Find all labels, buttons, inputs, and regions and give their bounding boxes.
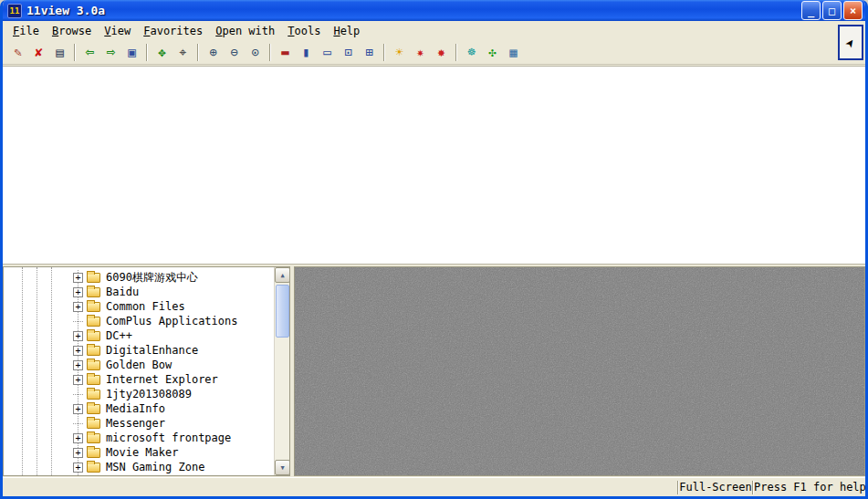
- tree-item[interactable]: + 6090棋牌游戏中心: [4, 270, 274, 285]
- folder-icon: [87, 419, 100, 429]
- filmstrip-button[interactable]: ▮: [296, 43, 317, 62]
- expand-icon[interactable]: +: [73, 375, 83, 385]
- app-icon[interactable]: 11: [7, 4, 22, 18]
- thumbnails-button[interactable]: ▬: [275, 43, 296, 62]
- folder-icon: [87, 390, 100, 400]
- menu-help[interactable]: Help: [327, 23, 366, 39]
- zoom-reset-button[interactable]: ⊙: [245, 43, 266, 62]
- find-button[interactable]: ⌖: [173, 43, 193, 62]
- slideshow-button[interactable]: ⊡: [338, 43, 359, 62]
- menu-bar: File Browse View Favorites Open with Too…: [3, 21, 865, 40]
- tree-item[interactable]: + microsoft frontpage: [4, 431, 274, 445]
- zoom-in-icon: ⊕: [209, 46, 216, 58]
- menu-file[interactable]: File: [6, 23, 46, 39]
- image-canvas: [3, 66, 865, 265]
- scroll-up-icon[interactable]: ▲: [275, 267, 290, 283]
- folder-icon: [87, 273, 100, 283]
- tree-item[interactable]: 1jty201308089: [4, 387, 274, 401]
- tree-item[interactable]: ComPlus Applications: [4, 314, 274, 328]
- links-icon: ✣: [488, 46, 496, 58]
- toolbar: ✎ ✘ ▤ ⇦ ⇨ ▣ ✥ ⌖ ⊕ ⊖ ⊙ ▬ ▮ ▭ ⊡ ⊞ ☀ ✷ ✸ ☸ …: [3, 40, 865, 65]
- tree-item[interactable]: + MediaInfo: [4, 401, 274, 416]
- tree-item[interactable]: Messenger: [4, 416, 274, 431]
- folder-icon: [87, 302, 100, 312]
- folder-icon: [87, 448, 100, 458]
- expand-icon[interactable]: +: [73, 331, 83, 341]
- tree-item[interactable]: + Internet Explorer: [4, 372, 274, 387]
- sharpen-button[interactable]: ✸: [431, 43, 452, 62]
- fit-window-icon: ✥: [158, 46, 165, 58]
- menu-favorites[interactable]: Favorites: [137, 23, 209, 39]
- print-button[interactable]: ▤: [49, 43, 70, 62]
- brightness-button[interactable]: ☀: [389, 43, 410, 62]
- tree-item-label: Messenger: [106, 417, 165, 430]
- expand-icon[interactable]: +: [73, 404, 83, 414]
- fullscreen-icon: ▭: [323, 46, 330, 58]
- folder-icon: [87, 346, 100, 356]
- wallpaper-button[interactable]: ▦: [503, 43, 524, 62]
- links-button[interactable]: ✣: [482, 43, 503, 62]
- toolbar-separator: [74, 44, 76, 61]
- delete-icon: ✘: [35, 46, 42, 58]
- minimize-button[interactable]: _: [801, 1, 821, 20]
- expand-icon[interactable]: +: [73, 287, 83, 297]
- tree-item-label: Baidu: [106, 286, 139, 298]
- tree-item[interactable]: + Golden Bow: [4, 358, 274, 372]
- expand-icon[interactable]: +: [73, 302, 83, 312]
- expand-icon[interactable]: +: [73, 360, 83, 370]
- close-button[interactable]: ×: [843, 1, 863, 20]
- tree-item-label: MSN Gaming Zone: [106, 461, 204, 473]
- folder-icon: [87, 287, 100, 297]
- expand-icon[interactable]: +: [73, 433, 83, 443]
- tree-item[interactable]: + Movie Maker: [4, 445, 274, 460]
- zoom-out-button[interactable]: ⊖: [224, 43, 245, 62]
- bottom-pane: + 6090棋牌游戏中心 + Baidu + Common Files: [3, 266, 865, 476]
- expand-icon[interactable]: +: [73, 346, 83, 356]
- edit-button[interactable]: ✎: [7, 43, 28, 62]
- toolbar-separator: [269, 44, 271, 61]
- forward-button[interactable]: ⇨: [100, 43, 121, 62]
- maximize-button[interactable]: □: [822, 1, 842, 20]
- expand-icon[interactable]: +: [73, 448, 83, 458]
- save-button[interactable]: ▣: [121, 43, 142, 62]
- plugins-button[interactable]: ☸: [461, 43, 482, 62]
- app-window: 11 11view 3.0a _ □ × File Browse View Fa…: [0, 0, 868, 499]
- toolbar-separator: [146, 44, 148, 61]
- tree-scrollbar[interactable]: ▲ ▼: [274, 267, 289, 475]
- delete-button[interactable]: ✘: [28, 43, 49, 62]
- full-screen-button[interactable]: ▭: [317, 43, 338, 62]
- folder-icon: [87, 331, 100, 341]
- scroll-down-icon[interactable]: ▼: [275, 460, 290, 475]
- tree-item[interactable]: + MSN Gaming Zone: [4, 460, 274, 474]
- back-button[interactable]: ⇦: [79, 43, 100, 62]
- folder-tree: + 6090棋牌游戏中心 + Baidu + Common Files: [4, 267, 274, 475]
- tree-item-label: MediaInfo: [106, 402, 165, 415]
- thumbnails-icon: ▬: [281, 46, 288, 58]
- status-help: Press F1 for help: [754, 481, 865, 494]
- menu-tools[interactable]: Tools: [281, 23, 327, 39]
- tree-item[interactable]: + DC++: [4, 328, 274, 343]
- tree-item-label: Golden Bow: [106, 359, 172, 371]
- zoom-in-button[interactable]: ⊕: [203, 43, 224, 62]
- expand-icon[interactable]: +: [73, 273, 83, 283]
- tree-item[interactable]: + Baidu: [4, 285, 274, 299]
- scrollbar-thumb[interactable]: [276, 285, 289, 338]
- status-fullscreen: Full-Screen: [679, 481, 752, 494]
- tree-item[interactable]: + Common Files: [4, 299, 274, 314]
- tree-item-label: Internet Explorer: [106, 373, 218, 386]
- menu-open-with[interactable]: Open with: [209, 23, 281, 39]
- fit-to-window-button[interactable]: ✥: [152, 43, 173, 62]
- tree-item-label: DigitalEnhance: [106, 344, 198, 357]
- title-bar[interactable]: 11 11view 3.0a _ □ ×: [3, 0, 865, 21]
- tree-item-label: ComPlus Applications: [106, 315, 238, 327]
- save-icon: ▣: [128, 46, 135, 58]
- pointer-tool-button[interactable]: ➤: [838, 25, 863, 60]
- dual-view-button[interactable]: ⊞: [359, 43, 380, 62]
- tree-item[interactable]: + DigitalEnhance: [4, 343, 274, 358]
- status-bar: Full-Screen Press F1 for help: [3, 477, 865, 496]
- menu-browse[interactable]: Browse: [46, 23, 98, 39]
- dual-view-icon: ⊞: [365, 46, 372, 58]
- menu-view[interactable]: View: [98, 23, 137, 39]
- expand-icon[interactable]: +: [73, 463, 83, 473]
- effects-button[interactable]: ✷: [410, 43, 431, 62]
